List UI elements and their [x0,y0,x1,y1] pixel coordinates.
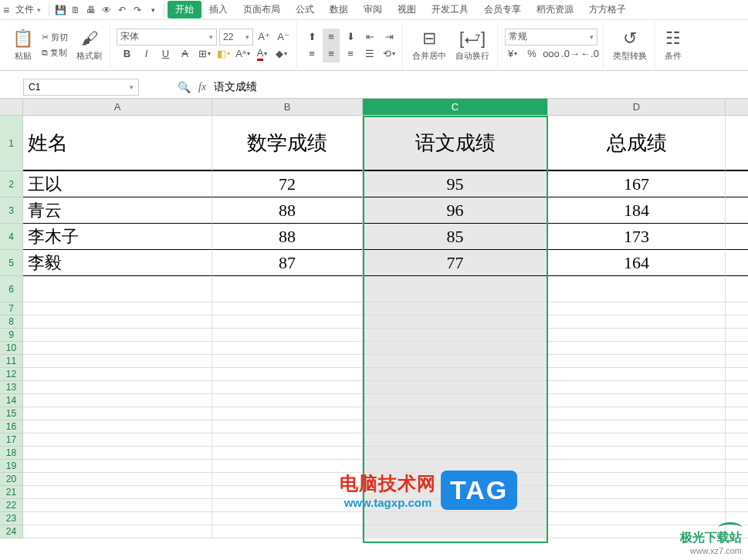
align-middle-icon[interactable]: ≡ [323,29,340,46]
tab-视图[interactable]: 视图 [390,1,424,19]
cell[interactable] [548,355,726,368]
cancel-formula-icon[interactable]: 🔍 [178,81,191,93]
cell[interactable] [23,368,212,381]
row-header-14[interactable]: 14 [0,394,23,407]
cell[interactable] [23,394,212,407]
cell[interactable] [726,342,748,355]
print-icon[interactable]: 🖶 [83,2,99,18]
print-preview-icon[interactable]: 👁 [99,2,114,18]
cell[interactable] [726,116,748,171]
cell[interactable] [23,512,212,525]
cell[interactable] [212,420,363,433]
row-header-24[interactable]: 24 [0,525,23,538]
cell[interactable] [548,499,726,512]
row-header-12[interactable]: 12 [0,368,23,381]
cell[interactable]: 姓名 [23,116,212,171]
app-menu-icon[interactable]: ≡ [3,4,9,16]
number-format-select[interactable]: 常规▾ [505,29,597,46]
row-header-4[interactable]: 4 [0,224,23,250]
cell[interactable] [363,342,548,355]
row-header-22[interactable]: 22 [0,499,23,512]
save-icon[interactable]: 💾 [52,2,68,18]
cell[interactable] [23,355,212,368]
cell[interactable] [212,355,363,368]
row-header-19[interactable]: 19 [0,460,23,473]
cell[interactable] [548,486,726,499]
cell[interactable]: 87 [212,250,363,276]
cell[interactable] [726,407,748,420]
cell[interactable] [212,329,363,342]
col-header-A[interactable]: A [23,99,212,116]
tab-会员专享[interactable]: 会员专享 [476,1,529,19]
cell[interactable] [726,447,748,460]
cell[interactable] [726,460,748,473]
tab-开始[interactable]: 开始 [168,1,201,19]
cell[interactable] [363,407,548,420]
cell[interactable]: 青云 [23,197,212,224]
cell[interactable] [726,224,748,250]
align-center-icon[interactable]: ≡ [323,46,340,62]
row-header-10[interactable]: 10 [0,342,23,355]
row-header-1[interactable]: 1 [0,116,23,171]
cell[interactable] [548,342,726,355]
align-right-icon[interactable]: ≡ [342,46,359,62]
row-header-15[interactable]: 15 [0,407,23,420]
cell[interactable]: 77 [363,250,548,276]
cell[interactable] [363,381,548,394]
cell[interactable] [23,460,212,473]
cell[interactable] [548,407,726,420]
row-header-11[interactable]: 11 [0,355,23,368]
increase-decimal-icon[interactable]: .0→ [562,46,579,62]
bold-button[interactable]: B [119,46,136,62]
cell[interactable] [363,394,548,407]
align-left-icon[interactable]: ≡ [303,46,320,62]
tab-开发工具[interactable]: 开发工具 [424,1,476,19]
cell[interactable] [23,473,212,486]
cell[interactable]: 184 [548,197,726,224]
cell[interactable] [363,420,548,433]
cell[interactable] [548,368,726,381]
row-header-18[interactable]: 18 [0,447,23,460]
align-bottom-icon[interactable]: ⬇ [342,29,359,46]
cell[interactable] [212,342,363,355]
tab-公式[interactable]: 公式 [288,1,322,19]
cell[interactable] [726,276,748,302]
col-header-extra[interactable] [726,99,748,116]
cell[interactable] [548,329,726,342]
cell[interactable] [363,368,548,381]
borders-button[interactable]: ⊞ [196,46,213,62]
cell[interactable] [363,355,548,368]
cell[interactable]: 95 [363,171,548,197]
cell[interactable] [23,499,212,512]
cell[interactable]: 167 [548,171,726,197]
tab-审阅[interactable]: 审阅 [356,1,390,19]
cell[interactable]: 李木子 [23,224,212,250]
cell[interactable] [548,433,726,447]
cell[interactable]: 88 [212,224,363,250]
cell[interactable] [363,302,548,315]
cell[interactable] [363,447,548,460]
col-header-B[interactable]: B [212,99,363,116]
cell[interactable] [23,486,212,499]
cell[interactable]: 数学成绩 [212,116,363,171]
merge-center-button[interactable]: ⊟ 合并居中 [409,27,449,63]
cell[interactable]: 总成绩 [548,116,726,171]
cell[interactable] [726,197,748,224]
cell[interactable] [548,302,726,315]
orientation-icon[interactable]: ⟲ [381,46,398,62]
copy-button[interactable]: ⧉复制 [39,46,70,60]
row-header-9[interactable]: 9 [0,329,23,342]
cell[interactable] [548,381,726,394]
increase-indent-icon[interactable]: ⇥ [381,29,398,46]
percent-button[interactable]: % [523,46,540,62]
cell[interactable] [363,315,548,329]
row-header-21[interactable]: 21 [0,486,23,499]
cell[interactable] [23,381,212,394]
row-header-20[interactable]: 20 [0,473,23,486]
cell[interactable] [23,302,212,315]
cell[interactable] [212,276,363,302]
cell[interactable] [726,368,748,381]
cell[interactable] [363,329,548,342]
cell[interactable] [23,420,212,433]
cell[interactable]: 72 [212,171,363,197]
